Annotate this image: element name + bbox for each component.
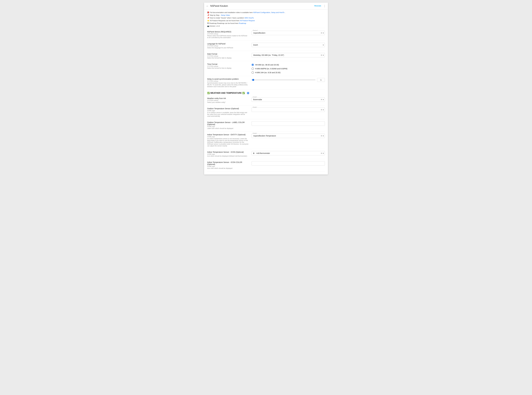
setup-video-link[interactable]: Setup Video [221,14,230,16]
language-select-wrapper: Dutch English German French Spanish ▾ [252,43,325,47]
info-line-3: 📌 How to create "Issues" when I have a p… [207,17,325,19]
weather-entity-select[interactable]: Buienradar [252,97,325,102]
indoor-temp-icon-field-wrapper: mdi:thermometer 🌡 ✕ ▾ [252,151,325,155]
indoor-temp-icon-color-desc: Icon color which should be displayed [207,167,248,169]
radio-ampm-circle [252,67,254,70]
date-format-select-wrapper: Weekday, DD.MM (ex. "Friday, 22.03") ✕ ▾ [252,53,325,57]
roadmap-link[interactable]: Roadmap [239,22,246,24]
indoor-temp-icon-select[interactable]: mdi:thermometer [252,151,325,155]
weather-entity-control: Entity* Buienradar ✕ ▾ [252,97,325,102]
date-format-title: Date Format [207,53,248,55]
nspanel-device-label-col: NSPanel device (REQUIRED) SYSTEM setting… [207,31,248,38]
wiki-howto-link[interactable]: WIKI HowTo [245,17,254,19]
radio-hhmm-circle [252,64,254,66]
outdoor-temp-select[interactable] [252,108,325,112]
weather-entity-row: Weather entity from HA SYSTEM settings S… [207,95,325,105]
indoor-temp-icon-tag: HOME page [207,153,248,155]
weather-section-header: ✅ WEATHER AND TEMPERATURE ✅ [207,90,325,95]
indoor-temp-icon-color-input[interactable] [252,161,325,166]
indoor-temp-icon-color-label-col: Indoor Temperature Sensor - ICON COLOR (… [207,161,248,169]
time-format-hmm-24h[interactable]: H:MM 24H (ex. 8:30 and 20:30) [252,71,325,74]
time-format-control: HH:MM (ex. 08:30 and 20:30) H:MM AM/PM (… [252,63,325,74]
date-format-control: Weekday, DD.MM (ex. "Friday, 22.03") ✕ ▾ [252,53,325,57]
feature-request-link[interactable]: All Feature Request [240,20,255,22]
info-line-2: 📌 Step by Step - Setup Video [207,14,325,16]
outdoor-temp-row: Outdoor Temperature Sensor (Optional) HO… [207,105,325,119]
radio-hhmm-label: HH:MM (ex. 08:30 and 20:30) [255,64,279,66]
window-title: NSPanel Keuken [210,5,228,7]
indoor-temp-icon-title: Indoor Temperature Sensor - ICON (Option… [207,151,248,153]
info-line-1: 📕 Full documentation and installation vi… [207,11,325,13]
info-line-5: 🗺 Roadmap Roadmap can be found here Road… [207,22,325,24]
content-area: 📕 Full documentation and installation vi… [204,9,328,175]
indoor-temp-icon-color-row: Indoor Temperature Sensor - ICON COLOR (… [207,159,325,171]
outdoor-temp-desc: If no outdoor sensor is available, leave… [207,112,248,117]
delay-tag: SYSTEM settings [207,80,248,82]
outdoor-temp-color-control [252,121,325,126]
titlebar-right: TRACES ⋮ [314,4,326,7]
version-line: 📷 Version: v.3.4 [207,25,325,27]
nspanel-device-select-wrapper: nspanelkeuken ✕ ▾ [252,31,325,35]
titlebar-left: ← NSPanel Keuken [206,5,228,7]
traces-button[interactable]: TRACES [314,5,321,7]
outdoor-temp-select-wrapper: ✕ ▾ [252,108,325,112]
titlebar: ← NSPanel Keuken TRACES ⋮ [204,3,328,9]
weather-entity-field-wrapper: Entity* Buienradar ✕ ▾ [252,97,325,102]
outdoor-temp-color-row: Outdoor Temperature Sensor - LABEL COLOR… [207,119,325,132]
indoor-temp-icon-row: Indoor Temperature Sensor - ICON (Option… [207,149,325,159]
language-desc: Select the language for your NSPanel [207,47,248,49]
nspanel-device-title: NSPanel device (REQUIRED) [207,31,248,33]
delay-slider[interactable] [252,80,316,80]
time-format-hmm-ampm[interactable]: H:MM AM/PM (ex. 8:30AM and 8:30PM) [252,67,325,70]
outdoor-temp-color-label-col: Outdoor Temperature Sensor - LABEL COLOR… [207,121,248,129]
indoor-temp-entity-select[interactable]: nspanelkeuken Temperature [252,134,325,138]
delay-title: Delay to avoid synchronization problem [207,78,248,80]
weather-entity-label-col: Weather entity from HA SYSTEM settings S… [207,97,248,103]
indoor-temp-entity-label-col: Indoor Temperature Sensor - ENTITY (Opti… [207,134,248,147]
indoor-temp-icon-select-wrapper: mdi:thermometer 🌡 ✕ ▾ [252,151,325,155]
more-options-button[interactable]: ⋮ [323,4,326,7]
indoor-temp-entity-title: Indoor Temperature Sensor - ENTITY (Opti… [207,134,248,136]
date-format-label-col: Date Format SYSTEM settings Select the f… [207,53,248,59]
indoor-temp-entity-select-wrapper: nspanelkeuken Temperature ✕ ▾ [252,134,325,138]
nspanel-device-field-wrapper: Device* nspanelkeuken ✕ ▾ [252,31,325,35]
info-section: 📕 Full documentation and installation vi… [207,9,325,28]
info-line-4: 🌟 All Feature Requests can be found here… [207,20,325,22]
nspanel-device-select[interactable]: nspanelkeuken [252,31,325,35]
indoor-temp-icon-color-title: Indoor Temperature Sensor - ICON COLOR (… [207,161,248,165]
indoor-temp-entity-field-wrapper: Entity* nspanelkeuken Temperature ✕ ▾ [252,134,325,138]
outdoor-temp-field-wrapper: Entity* ✕ ▾ [252,108,325,112]
time-format-desc: Select the format for time to display [207,67,248,69]
back-button[interactable]: ← [206,5,209,7]
language-row: Language for NSPanel SYSTEM settings Sel… [207,41,325,51]
nspanel-device-tag: SYSTEM settings [207,33,248,35]
weather-section-radio[interactable] [247,92,249,94]
delay-label-col: Delay to avoid synchronization problem S… [207,78,248,88]
weather-section-title: ✅ WEATHER AND TEMPERATURE ✅ [207,92,245,94]
outdoor-temp-control: Entity* ✕ ▾ [252,108,325,112]
time-format-title: Time Format [207,63,248,65]
language-title: Language for NSPanel [207,43,248,45]
date-format-tag: SYSTEM settings [207,55,248,57]
weather-entity-title: Weather entity from HA [207,97,248,99]
weather-entity-select-wrapper: Buienradar ✕ ▾ [252,97,325,102]
docs-link[interactable]: NSPanel Configuration, Setup and HowTo [253,11,284,13]
outdoor-temp-color-input[interactable] [252,121,325,126]
delay-control: 1 [252,78,325,82]
info-emoji-1: 📕 [207,11,209,13]
date-format-select[interactable]: Weekday, DD.MM (ex. "Friday, 22.03") [252,53,325,57]
time-format-radio-group: HH:MM (ex. 08:30 and 20:30) H:MM AM/PM (… [252,63,325,74]
time-format-row: Time Format SYSTEM settings Select the f… [207,61,325,76]
radio-24h-circle [252,71,254,74]
time-format-hhmm[interactable]: HH:MM (ex. 08:30 and 20:30) [252,64,325,66]
main-window: ← NSPanel Keuken TRACES ⋮ 📕 Full documen… [204,3,328,175]
indoor-temp-icon-label-col: Indoor Temperature Sensor - ICON (Option… [207,151,248,157]
time-format-tag: SYSTEM settings [207,66,248,67]
date-format-desc: Select the format for date to display [207,57,248,59]
language-select[interactable]: Dutch English German French Spanish [252,43,325,47]
indoor-temp-icon-control: mdi:thermometer 🌡 ✕ ▾ [252,151,325,155]
radio-24h-label: H:MM 24H (ex. 8:30 and 20:30) [255,71,280,74]
date-format-row: Date Format SYSTEM settings Select the f… [207,51,325,61]
indoor-temp-entity-desc: An indoor temperature sensor is not nece… [207,138,248,147]
info-emoji-3: 📌 [207,17,209,19]
